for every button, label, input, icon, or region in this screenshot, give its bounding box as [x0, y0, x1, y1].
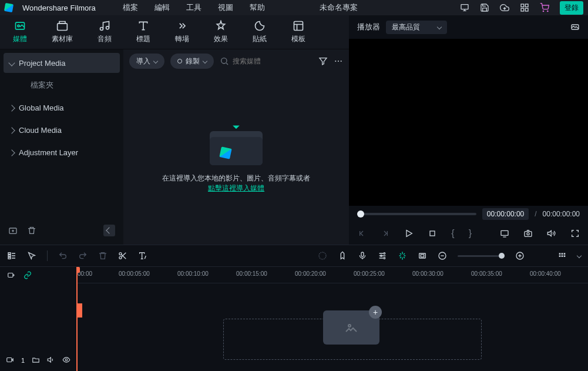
- sidebar-item-adjustment-layer[interactable]: Adjustment Layer: [4, 142, 120, 162]
- crop-icon[interactable]: [418, 251, 427, 260]
- save-icon[interactable]: [480, 3, 489, 12]
- auto-beat-icon[interactable]: [398, 251, 407, 260]
- next-frame-icon[interactable]: [381, 229, 390, 238]
- marker-icon[interactable]: [338, 251, 347, 260]
- stock-icon: [56, 20, 68, 32]
- svg-rect-2: [525, 4, 528, 7]
- tab-media[interactable]: 媒體: [13, 20, 27, 44]
- track-number: 1: [21, 357, 25, 364]
- visibility-icon[interactable]: [62, 356, 70, 364]
- tab-stock[interactable]: 素材庫: [52, 20, 73, 44]
- svg-point-32: [384, 258, 385, 259]
- svg-rect-33: [419, 253, 426, 258]
- tab-transition[interactable]: 轉場: [175, 20, 189, 44]
- media-search[interactable]: [220, 56, 313, 66]
- svg-point-5: [543, 11, 543, 11]
- mark-in-icon[interactable]: {: [451, 228, 454, 239]
- svg-point-16: [338, 61, 339, 62]
- voiceover-icon[interactable]: [358, 251, 367, 260]
- search-input[interactable]: [233, 57, 291, 65]
- import-link[interactable]: 點擊這裡導入媒體: [208, 184, 264, 192]
- add-track-icon[interactable]: [7, 271, 15, 279]
- zoom-in-icon[interactable]: [515, 251, 525, 260]
- monitor-icon[interactable]: [460, 3, 469, 12]
- tab-template[interactable]: 模板: [291, 20, 305, 44]
- player-panel: 播放器 最高品質 00:00:00:00 / 00:00:00:00 { }: [349, 15, 588, 245]
- cart-icon[interactable]: [540, 3, 549, 12]
- link-icon[interactable]: [23, 271, 32, 279]
- snapshot-range-icon[interactable]: [570, 22, 580, 32]
- quality-select[interactable]: 最高品質: [386, 21, 447, 34]
- video-track-header[interactable]: 1: [0, 283, 76, 371]
- fullscreen-icon[interactable]: [570, 229, 580, 238]
- audio-mixer-icon[interactable]: [378, 251, 387, 260]
- transition-icon: [176, 20, 188, 32]
- svg-rect-19: [430, 231, 435, 236]
- zoom-out-icon[interactable]: [438, 251, 447, 260]
- screen-fit-icon[interactable]: [500, 229, 509, 238]
- title-bar: Wondershare Filmora 檔案 編輯 工具 視圖 幫助 未命名專案…: [0, 0, 588, 15]
- time-ruler[interactable]: 00:00 00:00:05:00 00:00:10:00 00:00:15:0…: [76, 267, 588, 283]
- more-icon[interactable]: [334, 56, 343, 66]
- grid-icon[interactable]: [520, 3, 529, 12]
- svg-rect-43: [8, 273, 13, 278]
- svg-rect-1: [521, 4, 524, 7]
- stop-icon[interactable]: [428, 229, 437, 238]
- zoom-slider[interactable]: [458, 255, 505, 257]
- chevron-right-icon: [8, 127, 15, 133]
- login-button[interactable]: 登錄: [560, 1, 583, 15]
- menu-file[interactable]: 檔案: [123, 2, 138, 13]
- svg-point-28: [319, 252, 326, 259]
- collapse-sidebar-button[interactable]: [103, 225, 115, 236]
- snapshot-icon[interactable]: [523, 229, 533, 238]
- sidebar-item-project-media[interactable]: Project Media: [4, 53, 120, 73]
- chevron-down-icon[interactable]: [577, 253, 582, 258]
- prev-frame-icon[interactable]: [357, 229, 367, 238]
- track-options-icon[interactable]: [7, 251, 16, 260]
- mute-track-icon[interactable]: [47, 356, 55, 364]
- timeline-tracks[interactable]: 00:00 00:00:05:00 00:00:10:00 00:00:15:0…: [76, 267, 588, 371]
- svg-point-30: [384, 253, 385, 255]
- sidebar-item-global-media[interactable]: Global Media: [4, 98, 120, 118]
- select-tool-icon[interactable]: [27, 251, 36, 260]
- svg-rect-37: [559, 253, 561, 255]
- timecode-current[interactable]: 00:00:00:00: [482, 208, 529, 220]
- svg-point-17: [341, 61, 342, 62]
- chevron-left-icon: [106, 227, 112, 233]
- new-bin-icon[interactable]: [27, 226, 36, 235]
- text-edit-icon[interactable]: [138, 251, 147, 260]
- svg-rect-4: [525, 8, 528, 11]
- undo-icon[interactable]: [58, 251, 68, 260]
- mark-out-icon[interactable]: }: [469, 228, 472, 239]
- add-clip-button[interactable]: +: [369, 306, 382, 319]
- view-mode-icon[interactable]: [557, 251, 567, 260]
- render-icon[interactable]: [318, 251, 327, 260]
- tab-title[interactable]: 標題: [136, 20, 150, 44]
- sidebar-item-cloud-media[interactable]: Cloud Media: [4, 120, 120, 140]
- player-progress[interactable]: [357, 213, 476, 215]
- folder-track-icon[interactable]: [32, 356, 40, 364]
- delete-icon[interactable]: [98, 251, 107, 260]
- chevron-down-icon: [153, 59, 158, 63]
- redo-icon[interactable]: [78, 251, 88, 260]
- menu-edit[interactable]: 編輯: [154, 2, 170, 13]
- split-icon[interactable]: [118, 251, 127, 260]
- tab-effect[interactable]: 效果: [214, 20, 228, 44]
- cloud-icon[interactable]: [500, 3, 509, 12]
- tab-sticker[interactable]: 貼紙: [253, 20, 267, 44]
- tab-audio[interactable]: 音頻: [98, 20, 112, 44]
- menu-tools[interactable]: 工具: [186, 2, 201, 13]
- import-button[interactable]: 導入: [129, 54, 164, 69]
- player-viewport[interactable]: [349, 39, 588, 206]
- svg-point-46: [348, 325, 351, 327]
- filter-icon[interactable]: [318, 56, 328, 66]
- sidebar-item-folder[interactable]: 檔案夾: [4, 75, 120, 95]
- play-icon[interactable]: [404, 229, 414, 238]
- record-button[interactable]: 錄製: [170, 54, 214, 69]
- record-dot-icon: [177, 59, 182, 63]
- video-track-icon: [6, 356, 14, 364]
- media-empty-state[interactable]: 在這裡導入您本地的影片、圖片、音頻字幕或者 點擊這裡導入媒體: [123, 73, 349, 245]
- volume-icon[interactable]: [547, 229, 556, 238]
- playhead[interactable]: [76, 267, 78, 371]
- add-folder-icon[interactable]: [8, 226, 18, 235]
